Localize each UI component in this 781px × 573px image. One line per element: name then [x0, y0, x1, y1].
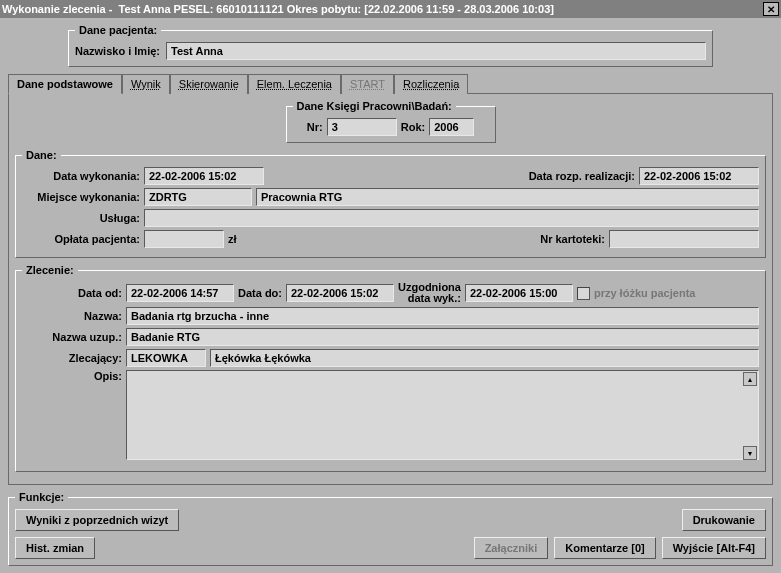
miejsce-name-field[interactable]	[256, 188, 759, 206]
tab-rozliczenia[interactable]: Rozliczenia	[394, 74, 468, 94]
funkcje-legend: Funkcje:	[15, 491, 68, 503]
zalaczniki-btn: Załączniki	[474, 537, 549, 559]
dane-legend: Dane:	[22, 149, 61, 161]
tabs: Dane podstawowe Wynik Skierowanie Elem. …	[8, 73, 773, 94]
komentarze-btn[interactable]: Komentarze [0]	[554, 537, 655, 559]
patient-fieldset: Dane pacjenta: Nazwisko i Imię:	[68, 24, 713, 67]
patient-name-field	[166, 42, 706, 60]
drukowanie-btn[interactable]: Drukowanie	[682, 509, 766, 531]
usluga-field[interactable]	[144, 209, 759, 227]
data-rozp-label: Data rozp. realizacji:	[529, 170, 635, 182]
uzg-field	[465, 284, 573, 302]
nr-label: Nr:	[307, 121, 323, 133]
data-do-label: Data do:	[238, 287, 282, 299]
usluga-label: Usługa:	[22, 212, 140, 224]
scroll-down-icon[interactable]: ▾	[743, 446, 757, 460]
kartoteki-field[interactable]	[609, 230, 759, 248]
hist-zmian-btn[interactable]: Hist. zmian	[15, 537, 95, 559]
nazwa-label: Nazwa:	[22, 310, 122, 322]
rok-label: Rok:	[401, 121, 425, 133]
zlecenie-legend: Zlecenie:	[22, 264, 78, 276]
opis-label: Opis:	[22, 370, 122, 382]
oplata-unit: zł	[228, 233, 237, 245]
tab-wynik[interactable]: Wynik	[122, 74, 170, 94]
data-od-label: Data od:	[22, 287, 122, 299]
ksiegi-legend: Dane Księgi Pracowni\Badań:	[293, 100, 456, 112]
oplata-label: Opłata pacjenta:	[22, 233, 140, 245]
uzg-label: Uzgodniona data wyk.:	[398, 282, 461, 304]
data-do-field	[286, 284, 394, 302]
dane-fieldset: Dane: Data wykonania: Data rozp. realiza…	[15, 149, 766, 258]
nazwa-field	[126, 307, 759, 325]
oplata-field[interactable]	[144, 230, 224, 248]
nazwa-uzup-label: Nazwa uzup.:	[22, 331, 122, 343]
data-wyk-label: Data wykonania:	[22, 170, 140, 182]
zlecajacy-name-field	[210, 349, 759, 367]
tab-dane-podstawowe[interactable]: Dane podstawowe	[8, 74, 122, 94]
opis-textarea[interactable]	[126, 370, 759, 460]
data-rozp-field[interactable]	[639, 167, 759, 185]
data-wyk-field[interactable]	[144, 167, 264, 185]
zlecajacy-label: Zlecający:	[22, 352, 122, 364]
wyjscie-btn[interactable]: Wyjście [Alt-F4]	[662, 537, 766, 559]
window-body: Dane pacjenta: Nazwisko i Imię: Dane pod…	[0, 18, 781, 573]
data-od-field	[126, 284, 234, 302]
scroll-up-icon[interactable]: ▴	[743, 372, 757, 386]
wyniki-btn[interactable]: Wyniki z poprzednich wizyt	[15, 509, 179, 531]
nr-field[interactable]	[327, 118, 397, 136]
nazwa-uzup-field	[126, 328, 759, 346]
ksiegi-fieldset: Dane Księgi Pracowni\Badań: Nr: Rok:	[286, 100, 496, 143]
tab-elem-leczenia[interactable]: Elem. Leczenia	[248, 74, 341, 94]
tab-start: START	[341, 74, 394, 94]
miejsce-label: Miejsce wykonania:	[22, 191, 140, 203]
przy-lozku-checkbox: przy łóżku pacjenta	[577, 287, 695, 300]
zlecenie-fieldset: Zlecenie: Data od: Data do: Uzgodniona d…	[15, 264, 766, 472]
rok-field[interactable]	[429, 118, 474, 136]
tab-skierowanie[interactable]: Skierowanie	[170, 74, 248, 94]
patient-legend: Dane pacjenta:	[75, 24, 161, 36]
miejsce-code-field[interactable]	[144, 188, 252, 206]
patient-name-label: Nazwisko i Imię:	[75, 45, 160, 57]
title-text: Wykonanie zlecenia - Test Anna PESEL: 66…	[2, 3, 554, 15]
zlecajacy-code-field	[126, 349, 206, 367]
close-icon[interactable]: ✕	[763, 2, 779, 16]
funkcje-fieldset: Funkcje: Wyniki z poprzednich wizyt Druk…	[8, 491, 773, 566]
tab-panel-dane-podstawowe: Dane Księgi Pracowni\Badań: Nr: Rok: Dan…	[8, 94, 773, 485]
checkbox-icon	[577, 287, 590, 300]
kartoteki-label: Nr kartoteki:	[540, 233, 605, 245]
window-titlebar: Wykonanie zlecenia - Test Anna PESEL: 66…	[0, 0, 781, 18]
przy-lozku-label: przy łóżku pacjenta	[594, 287, 695, 299]
